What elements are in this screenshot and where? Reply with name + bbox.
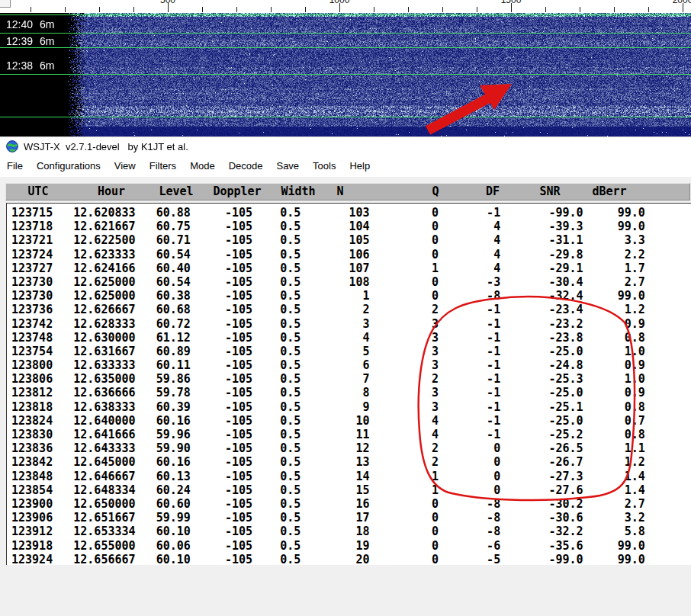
decode-table: 123715 12.620833 60.88 -105 0.5 103 0 -1… — [6, 203, 691, 567]
column-header-df: DF — [486, 184, 500, 198]
column-header-n: N — [336, 184, 343, 198]
menu-item-mode[interactable]: Mode — [183, 156, 222, 177]
wsjtx-window: 500100015002000 12:406m12:396m12:386m WS… — [0, 0, 691, 616]
table-row: 123812 12.636666 59.78 -105 0.5 8 3 -1 -… — [11, 386, 691, 399]
scale-tick — [648, 7, 649, 12]
column-header-utc: UTC — [27, 184, 48, 198]
scale-tick — [545, 7, 546, 12]
table-row: 123818 12.638333 60.39 -105 0.5 9 3 -1 -… — [11, 400, 691, 414]
scale-label: 2000 — [673, 0, 691, 5]
table-row: 123836 12.643333 59.90 -105 0.5 12 2 0 -… — [11, 441, 691, 455]
scale-tick — [614, 7, 615, 12]
table-row: 123906 12.651667 59.99 -105 0.5 17 0 -8 … — [11, 511, 691, 525]
scale-tick — [442, 7, 443, 12]
menu-item-configurations[interactable]: Configurations — [30, 156, 108, 177]
scale-tick — [133, 7, 134, 12]
menu-item-file[interactable]: File — [0, 156, 30, 177]
menu-item-filters[interactable]: Filters — [143, 156, 183, 177]
table-row: 123730 12.625000 60.54 -105 0.5 108 0 -3… — [11, 275, 691, 289]
scale-tick — [271, 7, 272, 12]
scale-tick — [305, 7, 306, 12]
column-header-dberr: dBerr — [592, 184, 626, 198]
table-row: 123854 12.648334 60.24 -105 0.5 15 1 0 -… — [11, 483, 691, 497]
scale-tick — [236, 7, 237, 12]
scale-tick — [99, 7, 100, 12]
table-row: 123918 12.655000 60.06 -105 0.5 19 0 -6 … — [11, 539, 691, 553]
table-row: 123800 12.633333 60.11 -105 0.5 6 3 -1 -… — [11, 358, 691, 372]
table-row: 123715 12.620833 60.88 -105 0.5 103 0 -1… — [11, 206, 691, 220]
menu-item-tools[interactable]: Tools — [306, 156, 342, 177]
table-row: 123830 12.641666 59.96 -105 0.5 11 4 -1 … — [11, 428, 691, 441]
waterfall-display: 500100015002000 12:406m12:396m12:386m — [0, 0, 691, 136]
table-row: 123900 12.650000 60.60 -105 0.5 16 0 -8 … — [11, 497, 691, 511]
table-row: 123912 12.653334 60.10 -105 0.5 18 0 -8 … — [11, 525, 691, 538]
table-row: 123848 12.646667 60.13 -105 0.5 14 1 0 -… — [11, 470, 691, 483]
column-header-level: Level — [159, 184, 193, 198]
table-row: 123754 12.631667 60.89 -105 0.5 5 3 -1 -… — [11, 345, 691, 358]
table-row: 123727 12.624166 60.40 -105 0.5 107 1 4 … — [11, 261, 691, 275]
column-header-width: Width — [281, 184, 315, 198]
control-bar: BP Stop Monitor Erase Clear Avg Avg 10 ▲… — [0, 565, 691, 616]
table-row: 123824 12.640000 60.16 -105 0.5 10 4 -1 … — [11, 414, 691, 428]
menu-item-view[interactable]: View — [108, 156, 143, 177]
window-corner-fragment — [0, 0, 11, 8]
scale-label: 1500 — [501, 0, 522, 5]
scale-tick — [31, 7, 31, 12]
scale-tick — [65, 7, 66, 12]
table-header: UTCHourLevelDopplerWidthNQDFSNRdBerr — [5, 183, 690, 201]
scale-tick — [202, 7, 203, 12]
scale-tick — [580, 7, 580, 12]
table-row: 123721 12.622500 60.71 -105 0.5 105 0 4 … — [11, 233, 691, 247]
table-row: 123742 12.628333 60.72 -105 0.5 3 3 -1 -… — [11, 317, 691, 331]
scale-label: 1000 — [329, 0, 350, 5]
column-header-snr: SNR — [539, 184, 560, 198]
menu-bar: FileConfigurationsViewFiltersModeDecodeS… — [0, 156, 691, 177]
column-header-hour: Hour — [98, 184, 125, 198]
menu-item-help[interactable]: Help — [342, 156, 377, 177]
column-header-doppler: Doppler — [213, 184, 261, 198]
table-row: 123806 12.635000 59.86 -105 0.5 7 2 -1 -… — [11, 372, 691, 386]
window-title: WSJT-X v2.7.1-devel by K1JT et al. — [24, 141, 188, 152]
column-header-q: Q — [432, 184, 439, 198]
table-row: 123842 12.645000 60.16 -105 0.5 13 2 0 -… — [11, 455, 691, 469]
table-row: 123748 12.630000 61.12 -105 0.5 4 3 -1 -… — [11, 331, 691, 345]
table-row: 123736 12.626667 60.68 -105 0.5 2 2 -1 -… — [11, 303, 691, 316]
frequency-scale: 500100015002000 — [0, 0, 691, 13]
table-row: 123730 12.625000 60.38 -105 0.5 1 0 -8 -… — [11, 289, 691, 303]
table-row: 123718 12.621667 60.75 -105 0.5 104 0 4 … — [11, 220, 691, 233]
scale-label: 500 — [160, 0, 175, 5]
menu-item-decode[interactable]: Decode — [222, 156, 270, 177]
waterfall-noise[interactable] — [0, 13, 691, 136]
menu-item-save[interactable]: Save — [269, 156, 306, 177]
app-globe-icon — [6, 140, 18, 152]
scale-tick — [374, 7, 374, 12]
table-row: 123724 12.623333 60.54 -105 0.5 106 0 4 … — [11, 248, 691, 261]
title-bar: WSJT-X v2.7.1-devel by K1JT et al. — [0, 136, 691, 156]
scale-tick — [408, 7, 409, 12]
scale-tick — [477, 7, 477, 12]
